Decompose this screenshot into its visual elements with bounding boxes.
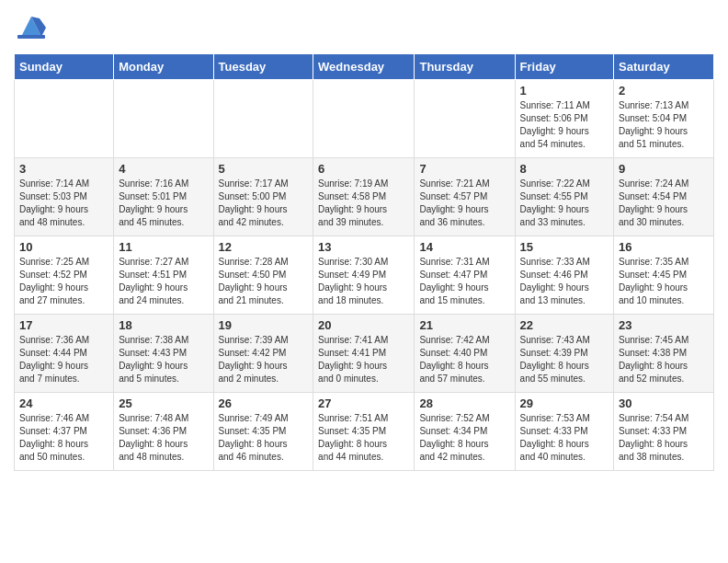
calendar-cell: 28Sunrise: 7:52 AM Sunset: 4:34 PM Dayli… [415, 393, 515, 471]
day-number: 14 [419, 240, 509, 254]
cell-info: Sunrise: 7:28 AM Sunset: 4:50 PM Dayligh… [219, 256, 309, 307]
calendar-cell: 1Sunrise: 7:11 AM Sunset: 5:06 PM Daylig… [515, 80, 613, 158]
calendar-cell: 2Sunrise: 7:13 AM Sunset: 5:04 PM Daylig… [614, 80, 714, 158]
calendar-cell: 14Sunrise: 7:31 AM Sunset: 4:47 PM Dayli… [415, 236, 515, 315]
cell-info: Sunrise: 7:42 AM Sunset: 4:40 PM Dayligh… [419, 334, 509, 385]
weekday-header: Tuesday [213, 54, 313, 80]
calendar-week-row: 24Sunrise: 7:46 AM Sunset: 4:37 PM Dayli… [15, 393, 714, 471]
cell-info: Sunrise: 7:49 AM Sunset: 4:35 PM Dayligh… [219, 412, 309, 464]
day-number: 5 [219, 162, 309, 176]
weekday-header: Monday [114, 54, 213, 80]
calendar-cell: 21Sunrise: 7:42 AM Sunset: 4:40 PM Dayli… [415, 315, 515, 393]
day-number: 23 [619, 318, 709, 332]
day-number: 20 [318, 318, 409, 332]
cell-info: Sunrise: 7:13 AM Sunset: 5:04 PM Dayligh… [619, 99, 709, 151]
calendar-cell: 29Sunrise: 7:53 AM Sunset: 4:33 PM Dayli… [515, 393, 613, 471]
day-number: 25 [119, 396, 208, 410]
day-number: 1 [520, 84, 609, 98]
calendar-week-row: 17Sunrise: 7:36 AM Sunset: 4:44 PM Dayli… [15, 315, 714, 393]
day-number: 24 [19, 396, 108, 410]
calendar-cell [415, 80, 515, 158]
day-number: 6 [318, 162, 409, 176]
day-number: 29 [520, 396, 609, 410]
day-number: 30 [619, 396, 709, 410]
calendar-cell: 16Sunrise: 7:35 AM Sunset: 4:45 PM Dayli… [614, 236, 714, 315]
day-number: 11 [119, 240, 208, 254]
weekday-header: Saturday [614, 54, 714, 80]
day-number: 13 [318, 240, 409, 254]
calendar-header-row: SundayMondayTuesdayWednesdayThursdayFrid… [15, 54, 714, 80]
cell-info: Sunrise: 7:24 AM Sunset: 4:54 PM Dayligh… [619, 178, 709, 229]
cell-info: Sunrise: 7:21 AM Sunset: 4:57 PM Dayligh… [419, 178, 509, 229]
cell-info: Sunrise: 7:36 AM Sunset: 4:44 PM Dayligh… [19, 334, 108, 385]
day-number: 9 [619, 162, 709, 176]
cell-info: Sunrise: 7:46 AM Sunset: 4:37 PM Dayligh… [19, 412, 108, 464]
cell-info: Sunrise: 7:14 AM Sunset: 5:03 PM Dayligh… [19, 178, 108, 229]
calendar-cell [15, 80, 114, 158]
calendar-week-row: 10Sunrise: 7:25 AM Sunset: 4:52 PM Dayli… [15, 236, 714, 315]
cell-info: Sunrise: 7:51 AM Sunset: 4:35 PM Dayligh… [318, 412, 409, 464]
cell-info: Sunrise: 7:33 AM Sunset: 4:46 PM Dayligh… [520, 256, 609, 307]
weekday-header: Friday [515, 54, 613, 80]
calendar-cell: 17Sunrise: 7:36 AM Sunset: 4:44 PM Dayli… [15, 315, 114, 393]
header [14, 9, 714, 44]
day-number: 3 [19, 162, 108, 176]
cell-info: Sunrise: 7:16 AM Sunset: 5:01 PM Dayligh… [119, 178, 208, 229]
day-number: 26 [219, 396, 309, 410]
cell-info: Sunrise: 7:53 AM Sunset: 4:33 PM Dayligh… [520, 412, 609, 464]
weekday-header: Wednesday [313, 54, 415, 80]
calendar-cell: 11Sunrise: 7:27 AM Sunset: 4:51 PM Dayli… [114, 236, 213, 315]
calendar-cell: 7Sunrise: 7:21 AM Sunset: 4:57 PM Daylig… [415, 158, 515, 236]
day-number: 18 [119, 318, 208, 332]
calendar-cell: 13Sunrise: 7:30 AM Sunset: 4:49 PM Dayli… [313, 236, 415, 315]
cell-info: Sunrise: 7:41 AM Sunset: 4:41 PM Dayligh… [318, 334, 409, 385]
cell-info: Sunrise: 7:43 AM Sunset: 4:39 PM Dayligh… [520, 334, 609, 385]
calendar-cell: 27Sunrise: 7:51 AM Sunset: 4:35 PM Dayli… [313, 393, 415, 471]
calendar-cell: 19Sunrise: 7:39 AM Sunset: 4:42 PM Dayli… [213, 315, 313, 393]
calendar-cell: 9Sunrise: 7:24 AM Sunset: 4:54 PM Daylig… [614, 158, 714, 236]
calendar-cell: 4Sunrise: 7:16 AM Sunset: 5:01 PM Daylig… [114, 158, 213, 236]
calendar-week-row: 3Sunrise: 7:14 AM Sunset: 5:03 PM Daylig… [15, 158, 714, 236]
cell-info: Sunrise: 7:22 AM Sunset: 4:55 PM Dayligh… [520, 178, 609, 229]
day-number: 7 [419, 162, 509, 176]
cell-info: Sunrise: 7:25 AM Sunset: 4:52 PM Dayligh… [19, 256, 108, 307]
cell-info: Sunrise: 7:17 AM Sunset: 5:00 PM Dayligh… [219, 178, 309, 229]
cell-info: Sunrise: 7:38 AM Sunset: 4:43 PM Dayligh… [119, 334, 208, 385]
calendar-cell: 23Sunrise: 7:45 AM Sunset: 4:38 PM Dayli… [614, 315, 714, 393]
calendar-cell [114, 80, 213, 158]
calendar-cell: 3Sunrise: 7:14 AM Sunset: 5:03 PM Daylig… [15, 158, 114, 236]
day-number: 4 [119, 162, 208, 176]
cell-info: Sunrise: 7:31 AM Sunset: 4:47 PM Dayligh… [419, 256, 509, 307]
day-number: 10 [19, 240, 108, 254]
calendar-cell: 5Sunrise: 7:17 AM Sunset: 5:00 PM Daylig… [213, 158, 313, 236]
calendar-cell: 20Sunrise: 7:41 AM Sunset: 4:41 PM Dayli… [313, 315, 415, 393]
calendar-cell [213, 80, 313, 158]
cell-info: Sunrise: 7:35 AM Sunset: 4:45 PM Dayligh… [619, 256, 709, 307]
calendar-week-row: 1Sunrise: 7:11 AM Sunset: 5:06 PM Daylig… [15, 80, 714, 158]
calendar-cell: 22Sunrise: 7:43 AM Sunset: 4:39 PM Dayli… [515, 315, 613, 393]
weekday-header: Sunday [15, 54, 114, 80]
calendar-cell: 30Sunrise: 7:54 AM Sunset: 4:33 PM Dayli… [614, 393, 714, 471]
day-number: 15 [520, 240, 609, 254]
cell-info: Sunrise: 7:30 AM Sunset: 4:49 PM Dayligh… [318, 256, 409, 307]
cell-info: Sunrise: 7:48 AM Sunset: 4:36 PM Dayligh… [119, 412, 208, 464]
calendar-cell: 12Sunrise: 7:28 AM Sunset: 4:50 PM Dayli… [213, 236, 313, 315]
day-number: 21 [419, 318, 509, 332]
weekday-header: Thursday [415, 54, 515, 80]
calendar-cell: 6Sunrise: 7:19 AM Sunset: 4:58 PM Daylig… [313, 158, 415, 236]
day-number: 19 [219, 318, 309, 332]
calendar-cell: 24Sunrise: 7:46 AM Sunset: 4:37 PM Dayli… [15, 393, 114, 471]
calendar: SundayMondayTuesdayWednesdayThursdayFrid… [14, 53, 714, 471]
day-number: 2 [619, 84, 709, 98]
page: SundayMondayTuesdayWednesdayThursdayFrid… [0, 0, 728, 563]
calendar-cell: 18Sunrise: 7:38 AM Sunset: 4:43 PM Dayli… [114, 315, 213, 393]
calendar-cell: 15Sunrise: 7:33 AM Sunset: 4:46 PM Dayli… [515, 236, 613, 315]
calendar-cell: 26Sunrise: 7:49 AM Sunset: 4:35 PM Dayli… [213, 393, 313, 471]
day-number: 28 [419, 396, 509, 410]
day-number: 8 [520, 162, 609, 176]
cell-info: Sunrise: 7:19 AM Sunset: 4:58 PM Dayligh… [318, 178, 409, 229]
cell-info: Sunrise: 7:45 AM Sunset: 4:38 PM Dayligh… [619, 334, 709, 385]
day-number: 12 [219, 240, 309, 254]
svg-rect-3 [17, 35, 45, 39]
cell-info: Sunrise: 7:52 AM Sunset: 4:34 PM Dayligh… [419, 412, 509, 464]
